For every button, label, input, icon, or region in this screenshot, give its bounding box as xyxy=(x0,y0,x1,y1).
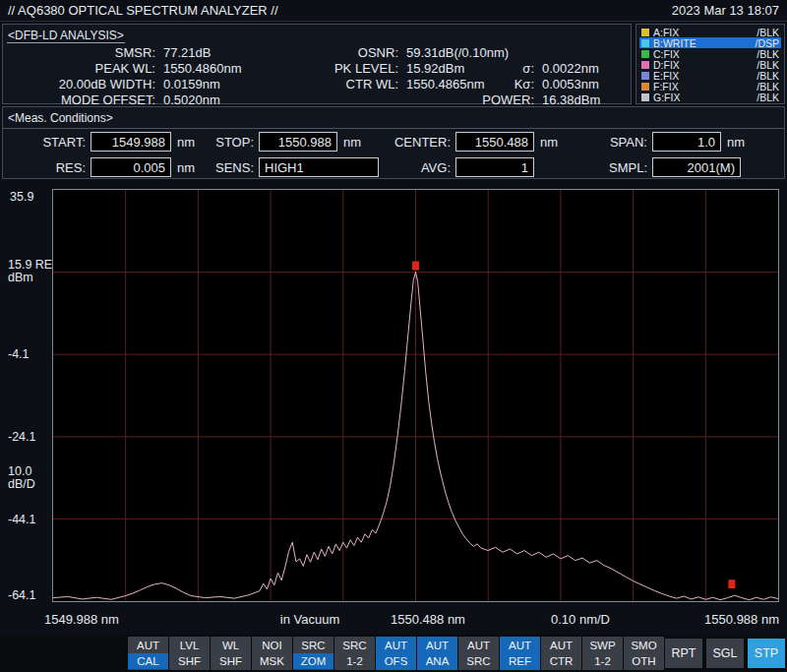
stop-unit: nm xyxy=(343,135,367,150)
softkey-line2: 1-2 xyxy=(582,653,623,669)
softkey-line2: ZOM xyxy=(293,653,333,669)
res-label: RES: xyxy=(7,160,86,175)
width-20db-value: 0.0159nm xyxy=(163,77,262,92)
k-sigma-value: 0.0053nm xyxy=(542,77,627,92)
analysis-grid: SMSR: 77.21dB OSNR: 59.31dB(/0.10nm) PEA… xyxy=(7,45,627,108)
softkey-line2: SHF xyxy=(211,653,251,669)
softkey-line1: LVL xyxy=(169,638,210,653)
smpl-field[interactable]: 2001(M) xyxy=(652,157,741,177)
chart-area: 35.915.9 REFdBm-4.1-24.110.0dB/D-44.1-64… xyxy=(0,181,787,635)
softkey-line1: AUT xyxy=(541,638,581,653)
trace-color-swatch xyxy=(641,50,649,58)
trace-color-swatch xyxy=(641,93,649,101)
softkey-line2: ANA xyxy=(417,653,457,669)
center-field[interactable]: 1550.488 xyxy=(455,132,534,152)
trace-row-c[interactable]: C:FIX/BLK xyxy=(639,48,781,59)
conditions-panel: <Meas. Conditions> START: 1549.988 nm ST… xyxy=(2,106,785,179)
start-label: START: xyxy=(7,135,86,150)
softkey-aut-ofs[interactable]: AUTOFS xyxy=(376,637,416,670)
ctr-wl-label: CTR WL: xyxy=(270,77,398,92)
softkey-line2: CTR xyxy=(541,653,581,669)
softkey-line2: MSK xyxy=(252,653,292,669)
softkey-swp-1-2[interactable]: SWP1-2 xyxy=(582,637,623,670)
x-label-stop: 1550.988 nm xyxy=(704,612,779,627)
softkey-aut-ana[interactable]: AUTANA xyxy=(417,637,457,670)
trace-color-swatch xyxy=(641,29,649,36)
conditions-title: <Meas. Conditions> xyxy=(7,111,114,125)
softkey-aut-ctr[interactable]: AUTCTR xyxy=(541,637,581,670)
smsr-label: SMSR: xyxy=(7,45,155,61)
sgl-button[interactable]: SGL xyxy=(706,639,744,668)
trace-row-a[interactable]: A:FIX/BLK xyxy=(639,27,781,37)
app-title: // AQ6380 OPTICAL SPECTRUM ANALYZER // xyxy=(8,3,278,18)
avg-label: AVG: xyxy=(379,160,451,175)
pk-level-label: PK LEVEL: xyxy=(270,61,398,77)
softkey-aut-ref[interactable]: AUTREF xyxy=(500,637,540,670)
softkey-line1: NOI xyxy=(252,638,292,653)
softkey-lvl-shf[interactable]: LVLSHF xyxy=(169,637,210,670)
start-unit: nm xyxy=(177,135,201,150)
softkey-line1: WL xyxy=(211,638,251,653)
rpt-button[interactable]: RPT xyxy=(665,639,702,668)
ctr-wl-value: 1550.4865nm xyxy=(406,77,487,92)
trace-row-d[interactable]: D:FIX/BLK xyxy=(639,59,781,70)
y-axis: 35.915.9 REFdBm-4.1-24.110.0dB/D-44.1-64… xyxy=(0,189,51,602)
res-field[interactable]: 0.005 xyxy=(91,157,171,177)
softkey-line2: SHF xyxy=(169,653,210,669)
start-field[interactable]: 1549.988 xyxy=(91,132,171,152)
softkey-menu: AUTCALLVLSHFWLSHFNOIMSKSRCZOMSRC1-2AUTOF… xyxy=(128,637,665,670)
softkey-noi-msk[interactable]: NOIMSK xyxy=(252,637,292,670)
conditions-row-1: START: 1549.988 nm STOP: 1550.988 nm CEN… xyxy=(3,129,784,154)
trace-row-e[interactable]: E:FIX/BLK xyxy=(639,70,781,81)
k-sigma-label: Kσ: xyxy=(495,77,534,92)
trace-name: G:FIX xyxy=(653,92,753,103)
softkey-line1: SRC xyxy=(334,638,375,653)
stop-field[interactable]: 1550.988 xyxy=(259,132,337,152)
trace-row-g[interactable]: G:FIX/BLK xyxy=(639,92,781,102)
center-label: CENTER: xyxy=(367,135,451,150)
span-label: SPAN: xyxy=(564,135,647,150)
softkey-src-1-2[interactable]: SRC1-2 xyxy=(334,637,375,670)
avg-field[interactable]: 1 xyxy=(455,157,534,177)
trace-color-swatch xyxy=(641,61,649,69)
trace-row-f[interactable]: F:FIX/BLK xyxy=(639,81,781,92)
top-row: <DFB-LD ANALYSIS> SMSR: 77.21dB OSNR: 59… xyxy=(2,24,785,104)
softkey-aut-src[interactable]: AUTSRC xyxy=(458,637,499,670)
spectrum-svg xyxy=(53,190,778,601)
clock: 2023 Mar 13 18:07 xyxy=(672,3,779,18)
sens-field[interactable]: HIGH1 xyxy=(259,157,379,177)
sens-label: SENS: xyxy=(201,160,254,175)
trace-marker-icon xyxy=(728,580,735,588)
softkey-src-zom[interactable]: SRCZOM xyxy=(293,637,333,670)
osa-screen: // AQ6380 OPTICAL SPECTRUM ANALYZER // 2… xyxy=(0,0,787,672)
span-unit: nm xyxy=(727,135,751,150)
sweep-control-group: RPTSGLSTP xyxy=(665,639,785,668)
softkey-line1: AUT xyxy=(376,638,416,653)
softkey-smo-oth[interactable]: SMOOTH xyxy=(624,637,664,670)
header-bar: // AQ6380 OPTICAL SPECTRUM ANALYZER // 2… xyxy=(0,0,787,22)
smpl-label: SMPL: xyxy=(534,160,647,175)
softkey-line1: AUT xyxy=(500,638,540,653)
smsr-value: 77.21dB xyxy=(163,45,262,61)
peak-wl-value: 1550.4860nm xyxy=(163,61,262,77)
trace-mode: /BLK xyxy=(757,92,779,103)
trace-marker-icon xyxy=(412,262,419,271)
y-axis-label: -4.1 xyxy=(8,348,30,361)
softkey-line1: SRC xyxy=(293,638,333,653)
trace-row-b[interactable]: B:WRITE/DSP xyxy=(639,37,781,48)
softkey-line2: SRC xyxy=(458,653,499,669)
sigma-label: σ: xyxy=(495,61,534,77)
sigma-value: 0.0022nm xyxy=(542,61,627,77)
trace-color-swatch xyxy=(641,39,649,47)
osnr-label: OSNR: xyxy=(270,45,398,61)
conditions-row-2: RES: 0.005 nm SENS: HIGH1 AVG: 1 SMPL: 2… xyxy=(3,154,784,180)
mode-offset-value: 0.5020nm xyxy=(163,92,262,108)
stp-button[interactable]: STP xyxy=(748,639,785,668)
analysis-panel: <DFB-LD ANALYSIS> SMSR: 77.21dB OSNR: 59… xyxy=(2,24,632,104)
softkey-line1: AUT xyxy=(417,638,457,653)
span-field[interactable]: 1.0 xyxy=(652,132,721,152)
width-20db-label: 20.00dB WIDTH: xyxy=(7,77,155,92)
softkey-aut-cal[interactable]: AUTCAL xyxy=(128,637,168,670)
softkey-line1: AUT xyxy=(128,638,168,653)
softkey-wl-shf[interactable]: WLSHF xyxy=(211,637,251,670)
